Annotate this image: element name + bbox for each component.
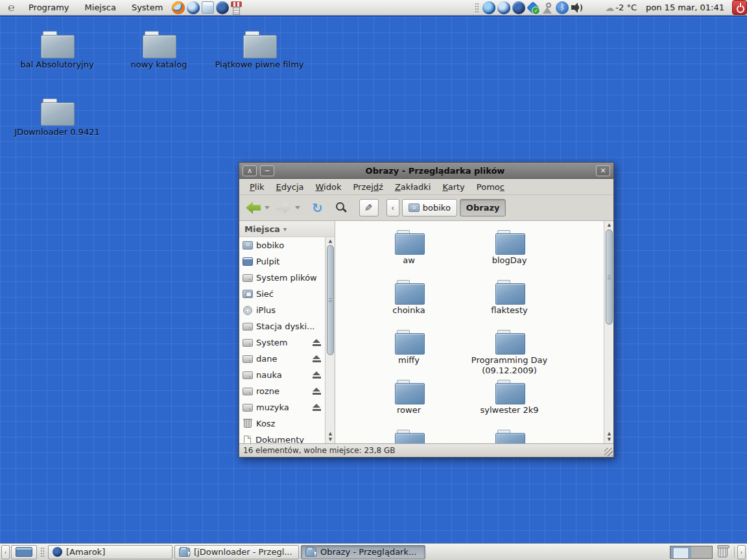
folder-icon xyxy=(395,380,423,403)
file-list-view[interactable]: awblogDaychoinkaflaktestymiffyProgrammin… xyxy=(335,221,604,443)
taskbar-scroll-left-button[interactable]: ‹ xyxy=(1,545,10,559)
taskbar-button-amarok[interactable]: [Amarok] xyxy=(48,545,172,559)
panel-menu-system[interactable]: System xyxy=(124,1,171,14)
sidebar-item-nauka[interactable]: nauka xyxy=(239,367,325,383)
weather-applet[interactable]: ☁ -2 °C xyxy=(605,3,637,13)
show-desktop-button[interactable] xyxy=(11,545,37,559)
firefox-launcher-icon[interactable] xyxy=(172,1,185,14)
folder-item-aw[interactable]: aw xyxy=(359,230,459,280)
resize-grip[interactable] xyxy=(604,448,613,456)
sidebar-scrollbar[interactable]: ▲ ▲ ▼ xyxy=(325,237,335,443)
menu-karty[interactable]: Karty xyxy=(437,180,469,194)
sidebar-item-rozne[interactable]: rozne xyxy=(239,383,325,399)
scroll-up-arrow-icon[interactable]: ▲ xyxy=(326,431,335,436)
menu-widok[interactable]: Widok xyxy=(311,180,347,194)
bluetooth-tray-icon[interactable] xyxy=(556,1,569,14)
sidebar-item-dane[interactable]: dane xyxy=(239,351,325,367)
taskbar-scroll-right-button[interactable]: › xyxy=(737,545,746,559)
dropbox-tray-icon[interactable] xyxy=(527,2,539,14)
trash-applet-icon[interactable] xyxy=(718,546,728,557)
menu-przejd[interactable]: Przejdź xyxy=(348,180,388,194)
sidebar-body: bobikoPulpitSystem plikówSiećiPlusStacja… xyxy=(239,237,335,443)
path-scroll-left-button[interactable] xyxy=(386,199,399,216)
eject-icon[interactable] xyxy=(313,404,321,411)
volume-tray-icon[interactable] xyxy=(571,1,584,14)
path-button-parent[interactable]: bobiko xyxy=(402,199,457,216)
path-button-current[interactable]: Obrazy xyxy=(460,199,506,216)
forward-history-chevron-icon[interactable] xyxy=(295,206,300,209)
thunderbird-tray-icon[interactable] xyxy=(497,1,510,14)
folder-item-choinka[interactable]: choinka xyxy=(359,280,459,330)
power-button[interactable] xyxy=(732,0,747,15)
cube3d-launcher-icon[interactable] xyxy=(202,1,214,14)
shade-window-button[interactable]: ∧ xyxy=(243,165,257,176)
folder-item-partial[interactable] xyxy=(459,430,560,443)
eject-icon[interactable] xyxy=(313,371,321,379)
scroll-up-arrow-icon[interactable]: ▲ xyxy=(326,239,335,244)
sidebar-item-system-plik-w[interactable]: System plików xyxy=(239,270,325,286)
taskbar-button-obrazy-przegl-dark[interactable]: Obrazy - Przeglądark... xyxy=(301,545,425,559)
search-icon[interactable] xyxy=(335,202,348,215)
thunderbird-launcher-icon[interactable] xyxy=(187,1,200,14)
tray-drag-handle[interactable] xyxy=(475,3,479,13)
desktop-icon-jdownloader-0-9421[interactable]: JDownloader 0.9421 xyxy=(12,99,102,137)
sidebar-item-sie[interactable]: Sieć xyxy=(239,286,325,302)
folder-item-rower[interactable]: rower xyxy=(359,380,459,430)
minimize-button[interactable]: − xyxy=(260,165,274,176)
menu-edycja[interactable]: Edycja xyxy=(271,180,309,194)
workspace-2[interactable] xyxy=(691,546,712,558)
jack-toy-launcher-icon[interactable] xyxy=(231,1,241,14)
folder-item-sylwester-2k9[interactable]: sylwester 2k9 xyxy=(459,380,560,430)
edit-location-button[interactable] xyxy=(359,199,379,216)
scroll-up-arrow-icon[interactable]: ▲ xyxy=(604,431,613,436)
sidebar-item-bobiko[interactable]: bobiko xyxy=(239,237,325,253)
sidebar-item-muzyka[interactable]: muzyka xyxy=(239,399,325,415)
folder-item-blogday[interactable]: blogDay xyxy=(459,230,560,280)
folder-item-programming-day-09-12-2009[interactable]: Programming Day (09.12.2009) xyxy=(459,330,560,380)
back-history-chevron-icon[interactable] xyxy=(265,206,270,209)
forward-button-icon[interactable] xyxy=(276,202,291,214)
sidebar-scrollbar-thumb[interactable] xyxy=(327,245,334,355)
folder-item-partial[interactable] xyxy=(359,430,459,443)
sidebar-item-kosz[interactable]: Kosz xyxy=(239,415,325,432)
back-button-icon[interactable] xyxy=(246,202,261,214)
sidebar-mode-selector[interactable]: Miejsca xyxy=(239,221,335,237)
menu-plik[interactable]: Plik xyxy=(244,180,270,194)
scroll-up-arrow-icon[interactable]: ▲ xyxy=(604,222,613,228)
eject-icon[interactable] xyxy=(313,355,321,362)
mail-tray-icon[interactable] xyxy=(586,1,599,14)
eject-icon[interactable] xyxy=(313,388,321,395)
window-titlebar[interactable]: ∧ − Obrazy - Przeglądarka plików ✕ xyxy=(239,163,613,179)
amarok-tray-icon[interactable] xyxy=(512,1,525,14)
sidebar-item-dokumenty[interactable]: Dokumenty xyxy=(239,432,325,443)
desktop[interactable]: bal Absolutoryjnynowy katalogPiątkowe pi… xyxy=(0,16,747,543)
taskbar-button-jdownloader-przegl[interactable]: [jDownloader - Przegl... xyxy=(174,545,299,559)
amarok-launcher-icon[interactable] xyxy=(216,1,229,14)
close-button[interactable]: ✕ xyxy=(596,165,610,176)
panel-menu-programy[interactable]: Programy xyxy=(21,1,77,14)
folder-item-miffy[interactable]: miffy xyxy=(359,330,459,380)
desktop-icon-bal-absolutoryjny[interactable]: bal Absolutoryjny xyxy=(12,31,102,70)
files-scrollbar-thumb[interactable] xyxy=(606,229,613,325)
workspace-1[interactable] xyxy=(670,546,691,558)
files-scrollbar[interactable]: ▲ ▲ ▼ xyxy=(604,221,613,443)
sidebar-item-iplus[interactable]: iPlus xyxy=(239,302,325,318)
wireless-network-tray-icon[interactable] xyxy=(541,1,554,14)
panel-menu-miejsca[interactable]: Miejsca xyxy=(77,1,124,14)
menu-zak-adki[interactable]: Zakładki xyxy=(390,180,436,194)
menu-pomoc[interactable]: Pomoc xyxy=(471,180,510,194)
distro-logo-icon[interactable]: ℮ xyxy=(3,1,19,14)
scroll-down-arrow-icon[interactable]: ▼ xyxy=(326,437,335,442)
folder-item-flaktesty[interactable]: flaktesty xyxy=(459,280,560,330)
eject-icon[interactable] xyxy=(313,339,321,346)
desktop-icon-nowy-katalog[interactable]: nowy katalog xyxy=(113,31,204,70)
tasklist-drag-handle[interactable] xyxy=(40,547,45,557)
sidebar-item-pulpit[interactable]: Pulpit xyxy=(239,253,325,270)
clock[interactable]: pon 15 mar, 01:41 xyxy=(646,3,724,12)
scroll-down-arrow-icon[interactable]: ▼ xyxy=(604,437,613,442)
refresh-icon[interactable]: ↻ xyxy=(312,202,323,215)
desktop-icon-pi-tkowe-piwne-filmy[interactable]: Piątkowe piwne filmy xyxy=(214,31,305,70)
sidebar-item-stacja-dyski[interactable]: Stacja dyski... xyxy=(239,318,325,334)
sidebar-item-system[interactable]: System xyxy=(239,334,325,351)
messenger-tray-icon[interactable] xyxy=(482,1,495,14)
